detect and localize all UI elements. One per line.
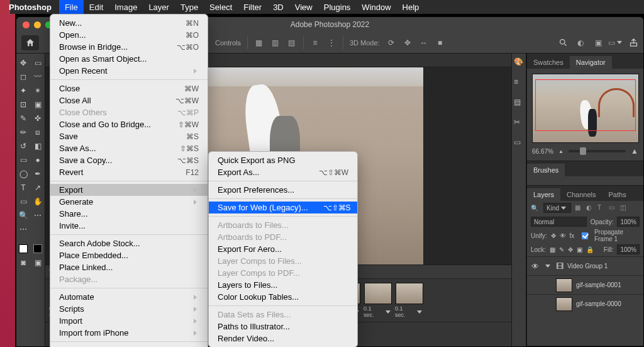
- edit-toolbar[interactable]: ⋯: [31, 208, 45, 222]
- file-menu-item[interactable]: Open as Smart Object...: [50, 53, 208, 65]
- unify-style-icon[interactable]: fx: [570, 232, 575, 239]
- menu-edit[interactable]: Edit: [84, 0, 109, 14]
- export-menu-item[interactable]: Save for Web (Legacy)...⌥⇧⌘S: [209, 202, 357, 213]
- menu-layer[interactable]: Layer: [143, 0, 175, 14]
- magic-wand-tool[interactable]: ✶: [31, 84, 45, 97]
- crop-tool[interactable]: ⊡: [16, 98, 31, 111]
- lock-all-icon[interactable]: 🔒: [586, 246, 594, 253]
- tab-brushes[interactable]: Brushes: [527, 164, 565, 176]
- menu-file[interactable]: File: [59, 0, 84, 14]
- filter-type-icon[interactable]: T: [597, 204, 605, 212]
- file-menu-item[interactable]: Close and Go to Bridge...⇧⌘W: [50, 118, 208, 130]
- frame-duration[interactable]: 0.1 sec.: [395, 305, 424, 318]
- artboard-tool[interactable]: ▭: [31, 56, 45, 69]
- visibility-toggle[interactable]: 👁: [531, 262, 540, 271]
- unify-position-icon[interactable]: ✥: [551, 232, 556, 239]
- export-menu-item[interactable]: Color Lookup Tables...: [209, 291, 357, 303]
- zoom-tool[interactable]: 🔍: [16, 208, 31, 222]
- file-menu-item[interactable]: Browse in Bridge...⌥⌘O: [50, 41, 208, 53]
- arrange-icon[interactable]: ▣: [593, 38, 603, 48]
- share-icon[interactable]: [628, 38, 638, 48]
- close-window-button[interactable]: [23, 21, 30, 28]
- zoom-slider[interactable]: [569, 150, 626, 152]
- tab-swatches[interactable]: Swatches: [527, 56, 570, 69]
- lock-trans-icon[interactable]: ▦: [550, 246, 555, 253]
- layer-group[interactable]: 👁 🎞 Video Group 1: [527, 256, 643, 275]
- file-menu-item[interactable]: File Info...⌥⇧⌘I: [50, 344, 208, 347]
- export-menu-item[interactable]: Render Video...: [209, 333, 357, 344]
- screen-mode[interactable]: ▣: [31, 256, 45, 269]
- file-menu-item[interactable]: Scripts: [50, 303, 208, 315]
- file-menu-item[interactable]: Export: [50, 184, 208, 196]
- history-icon[interactable]: ▭: [514, 138, 524, 148]
- timeline-frame[interactable]: 0.1 sec.: [395, 283, 424, 318]
- filter-pixel-icon[interactable]: ▦: [575, 204, 582, 212]
- file-menu-item[interactable]: Close⌘W: [50, 82, 208, 94]
- menu-3d[interactable]: 3D: [267, 0, 289, 14]
- orbit-icon[interactable]: ⟳: [386, 38, 396, 48]
- more-tool[interactable]: ⋯: [16, 222, 31, 236]
- menu-select[interactable]: Select: [204, 0, 238, 14]
- layer-item[interactable]: gif-sample-0000: [527, 294, 643, 313]
- quick-select-tool[interactable]: ✦: [16, 84, 31, 97]
- file-menu-item[interactable]: Share...: [50, 208, 208, 220]
- blend-mode-select[interactable]: Normal: [531, 217, 587, 227]
- hand-tool[interactable]: ✋: [31, 195, 45, 208]
- dodge-tool[interactable]: ◯: [16, 167, 31, 180]
- adjustments-icon[interactable]: ≡: [514, 77, 524, 88]
- cloud-docs-icon[interactable]: ◐: [575, 38, 586, 48]
- export-menu-item[interactable]: Paths to Illustrator...: [209, 321, 357, 333]
- file-menu-item[interactable]: Place Linked...: [50, 261, 208, 273]
- file-menu-item[interactable]: Search Adobe Stock...: [50, 237, 208, 249]
- filter-shape-icon[interactable]: ▭: [609, 204, 616, 212]
- tab-paths[interactable]: Paths: [602, 188, 633, 201]
- lasso-tool[interactable]: 〰: [31, 70, 45, 83]
- propagate-checkbox[interactable]: [582, 232, 588, 239]
- menu-filter[interactable]: Filter: [238, 0, 267, 14]
- menu-image[interactable]: Image: [109, 0, 143, 14]
- pan-icon[interactable]: ✥: [402, 38, 413, 48]
- frame-tool[interactable]: ▣: [31, 98, 45, 111]
- file-menu-item[interactable]: Close All⌥⌘W: [50, 94, 208, 106]
- libraries-icon[interactable]: ▤: [514, 98, 524, 108]
- lock-artboard-icon[interactable]: ▣: [577, 246, 582, 253]
- zoom-out-icon[interactable]: ▲: [558, 149, 564, 154]
- file-menu-item[interactable]: Import from iPhone: [50, 327, 208, 339]
- color-icon[interactable]: 🎨: [514, 57, 524, 67]
- history-brush-tool[interactable]: ↺: [16, 139, 31, 152]
- healing-tool[interactable]: ✜: [31, 111, 45, 125]
- lock-pos-icon[interactable]: ✥: [568, 246, 573, 253]
- file-menu-item[interactable]: Save As...⇧⌘S: [50, 142, 208, 154]
- export-menu-item[interactable]: Quick Export as PNG: [209, 154, 357, 166]
- slide-icon[interactable]: ↔: [419, 38, 429, 48]
- zoom-in-icon[interactable]: ▲: [631, 147, 638, 156]
- file-menu-item[interactable]: RevertF12: [50, 166, 208, 178]
- file-menu-item[interactable]: Automate: [50, 291, 208, 303]
- navigator-preview[interactable]: [532, 74, 639, 143]
- zoom-value[interactable]: 66.67%: [532, 148, 553, 155]
- gradient-tool[interactable]: ▭: [16, 153, 31, 166]
- file-menu-item[interactable]: Import: [50, 315, 208, 327]
- properties-icon[interactable]: ✂: [514, 118, 524, 128]
- stamp-tool[interactable]: ⧇: [31, 125, 45, 139]
- eyedropper-tool[interactable]: ✎: [16, 111, 31, 125]
- file-menu-item[interactable]: Open...⌘O: [50, 29, 208, 41]
- align-icon[interactable]: ▤: [287, 38, 297, 48]
- file-menu-item[interactable]: New...⌘N: [50, 17, 208, 29]
- home-button[interactable]: [21, 35, 39, 50]
- export-menu-item[interactable]: Export As...⌥⇧⌘W: [209, 166, 357, 178]
- menu-plugins[interactable]: Plugins: [318, 0, 357, 14]
- marquee-tool[interactable]: ◻: [16, 70, 31, 83]
- workspace-icon[interactable]: ▭: [611, 38, 621, 48]
- distribute-icon[interactable]: ≡: [310, 38, 320, 48]
- menu-view[interactable]: View: [289, 0, 318, 14]
- opacity-value[interactable]: 100%: [617, 217, 640, 227]
- fill-value[interactable]: 100%: [617, 244, 640, 254]
- align-icon[interactable]: ▦: [254, 38, 264, 48]
- brush-tool[interactable]: ✏: [16, 125, 31, 139]
- pen-tool[interactable]: ✒: [31, 167, 45, 180]
- quick-mask[interactable]: ◙: [16, 256, 31, 269]
- lock-paint-icon[interactable]: ✎: [559, 246, 564, 253]
- frame-duration[interactable]: 0.1 sec.: [364, 305, 392, 318]
- export-menu-item[interactable]: Export For Aero...: [209, 243, 357, 255]
